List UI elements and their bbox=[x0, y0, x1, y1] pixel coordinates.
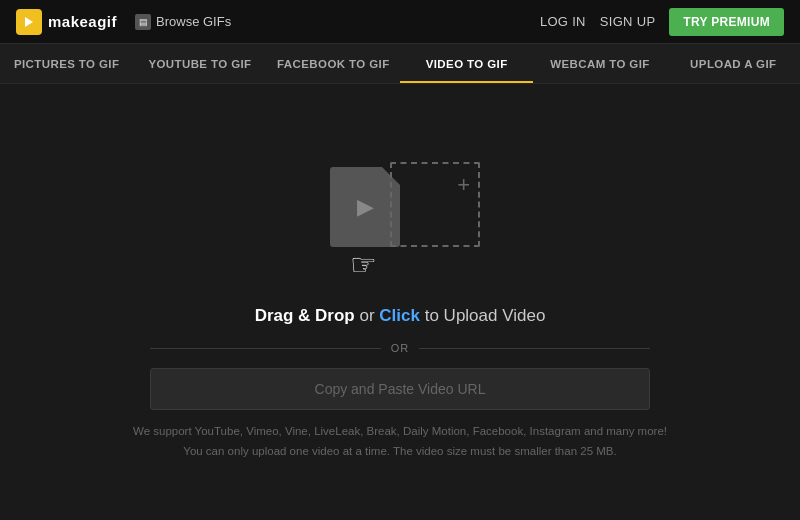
header-left: makeagif ▤ Browse GIFs bbox=[16, 9, 231, 35]
header-right: LOG IN SIGN UP TRY PREMIUM bbox=[540, 8, 784, 36]
nav-tabs: PICTURES TO GIF YOUTUBE TO GIF FACEBOOK … bbox=[0, 44, 800, 84]
upload-icon-area[interactable]: ▶ + ☞ bbox=[320, 152, 480, 282]
login-link[interactable]: LOG IN bbox=[540, 14, 586, 29]
browse-gifs-label: Browse GIFs bbox=[156, 14, 231, 29]
tab-youtube-to-gif[interactable]: YOUTUBE TO GIF bbox=[133, 44, 266, 83]
play-icon: ▶ bbox=[357, 194, 374, 220]
main-content: ▶ + ☞ Drag & Drop or Click to Upload Vid… bbox=[0, 84, 800, 520]
or-line-right bbox=[419, 348, 650, 349]
drag-drop-label: Drag & Drop bbox=[255, 306, 355, 325]
browse-gifs-button[interactable]: ▤ Browse GIFs bbox=[135, 14, 231, 30]
logo-text: makeagif bbox=[48, 13, 117, 30]
tab-pictures-to-gif[interactable]: PICTURES TO GIF bbox=[0, 44, 133, 83]
or-line-left bbox=[150, 348, 381, 349]
tab-webcam-to-gif[interactable]: WEBCAM TO GIF bbox=[533, 44, 666, 83]
plus-icon: + bbox=[457, 174, 470, 196]
support-text: We support YouTube, Vimeo, Vine, LiveLea… bbox=[133, 422, 667, 461]
try-premium-button[interactable]: TRY PREMIUM bbox=[669, 8, 784, 36]
tab-upload-a-gif[interactable]: UPLOAD A GIF bbox=[667, 44, 800, 83]
hand-cursor-icon: ☞ bbox=[350, 247, 377, 282]
logo-icon bbox=[16, 9, 42, 35]
upload-label: to Upload Video bbox=[425, 306, 546, 325]
or-click-text: or bbox=[359, 306, 379, 325]
header: makeagif ▤ Browse GIFs LOG IN SIGN UP TR… bbox=[0, 0, 800, 44]
click-label: Click bbox=[379, 306, 420, 325]
drag-drop-text: Drag & Drop or Click to Upload Video bbox=[255, 306, 546, 326]
browse-gifs-icon: ▤ bbox=[135, 14, 151, 30]
logo-svg bbox=[22, 15, 36, 29]
or-divider: OR bbox=[150, 342, 650, 354]
tab-video-to-gif[interactable]: VIDEO TO GIF bbox=[400, 44, 533, 83]
support-line-1: We support YouTube, Vimeo, Vine, LiveLea… bbox=[133, 422, 667, 442]
support-line-2: You can only upload one video at a time.… bbox=[133, 442, 667, 462]
signup-link[interactable]: SIGN UP bbox=[600, 14, 656, 29]
tab-facebook-to-gif[interactable]: FACEBOOK TO GIF bbox=[267, 44, 400, 83]
logo[interactable]: makeagif bbox=[16, 9, 117, 35]
video-url-input[interactable] bbox=[150, 368, 650, 410]
svg-marker-0 bbox=[25, 17, 33, 27]
or-text: OR bbox=[391, 342, 410, 354]
